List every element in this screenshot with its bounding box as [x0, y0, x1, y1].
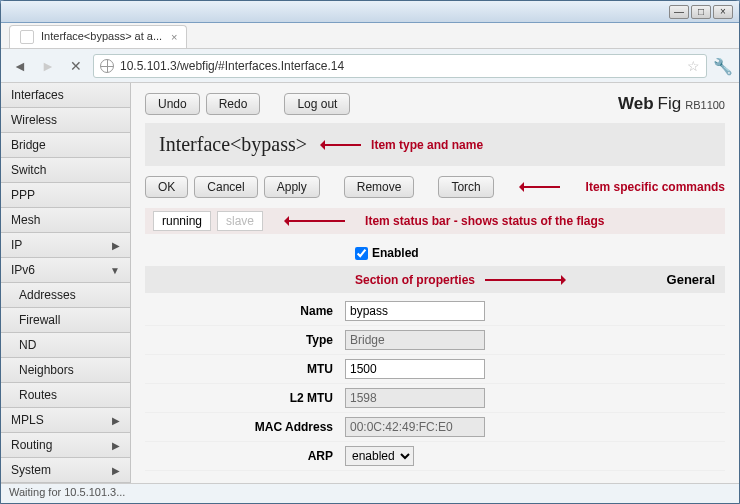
flag-slave: slave	[217, 211, 263, 231]
url-input[interactable]	[120, 59, 681, 73]
mtu-input[interactable]	[345, 359, 485, 379]
sidebar-item-addresses[interactable]: Addresses	[1, 283, 130, 308]
bookmark-star-icon[interactable]: ☆	[687, 58, 700, 74]
prop-row-name: Name	[145, 297, 725, 326]
window-minimize-button[interactable]: —	[669, 5, 689, 19]
type-label: Type	[145, 333, 345, 347]
content-area: Interfaces Wireless Bridge Switch PPP Me…	[1, 83, 739, 483]
l2mtu-value	[345, 388, 485, 408]
prop-row-l2mtu: L2 MTU	[145, 384, 725, 413]
enabled-checkbox[interactable]	[355, 247, 368, 260]
annotation-commands: Item specific commands	[586, 180, 725, 194]
annotation-arrow-icon	[285, 220, 345, 222]
mac-label: MAC Address	[145, 420, 345, 434]
enabled-row: Enabled	[145, 240, 725, 266]
section-header: Section of properties General	[145, 266, 725, 293]
section-title: General	[667, 272, 715, 287]
name-input[interactable]	[345, 301, 485, 321]
annotation-arrow-icon	[520, 186, 560, 188]
flag-running: running	[153, 211, 211, 231]
window-close-button[interactable]: ×	[713, 5, 733, 19]
chevron-down-icon: ▼	[110, 265, 120, 276]
remove-button[interactable]: Remove	[344, 176, 415, 198]
status-text: Waiting for 10.5.101.3...	[9, 486, 125, 498]
item-title-bar: Interface<bypass> Item type and name	[145, 123, 725, 166]
sidebar-item-firewall[interactable]: Firewall	[1, 308, 130, 333]
prop-row-mtu: MTU	[145, 355, 725, 384]
arp-select[interactable]: enabled	[345, 446, 414, 466]
mtu-label: MTU	[145, 362, 345, 376]
sidebar-item-ipv6[interactable]: IPv6▼	[1, 258, 130, 283]
main-panel: Undo Redo Log out WebFig RB1100 Interfac…	[131, 83, 739, 483]
prop-row-arp: ARP enabled	[145, 442, 725, 471]
prop-row-mac: MAC Address	[145, 413, 725, 442]
sidebar-item-ip[interactable]: IP▶	[1, 233, 130, 258]
redo-button[interactable]: Redo	[206, 93, 261, 115]
url-bar: ◄ ► ✕ ☆ 🔧	[1, 49, 739, 83]
top-toolbar: Undo Redo Log out WebFig RB1100	[145, 93, 725, 115]
l2mtu-label: L2 MTU	[145, 391, 345, 405]
annotation-type-name: Item type and name	[371, 138, 483, 152]
sidebar-item-neighbors[interactable]: Neighbors	[1, 358, 130, 383]
sidebar-item-nd[interactable]: ND	[1, 333, 130, 358]
browser-window: — □ × Interface<bypass> at a... × ◄ ► ✕ …	[0, 0, 740, 504]
sidebar-menu: Interfaces Wireless Bridge Switch PPP Me…	[1, 83, 131, 483]
window-titlebar: — □ ×	[1, 1, 739, 23]
annotation-arrow-icon	[485, 279, 565, 281]
type-value	[345, 330, 485, 350]
chevron-right-icon: ▶	[112, 465, 120, 476]
status-flag-bar: running slave Item status bar - shows st…	[145, 208, 725, 234]
chevron-right-icon: ▶	[112, 240, 120, 251]
name-label: Name	[145, 304, 345, 318]
browser-status-bar: Waiting for 10.5.101.3...	[1, 483, 739, 503]
torch-button[interactable]: Torch	[438, 176, 493, 198]
globe-icon	[100, 59, 114, 73]
action-row: OK Cancel Apply Remove Torch Item specif…	[145, 176, 725, 198]
browser-tab[interactable]: Interface<bypass> at a... ×	[9, 25, 187, 48]
apply-button[interactable]: Apply	[264, 176, 320, 198]
reload-button[interactable]: ✕	[65, 55, 87, 77]
sidebar-item-mesh[interactable]: Mesh	[1, 208, 130, 233]
tab-close-icon[interactable]: ×	[168, 31, 180, 43]
annotation-arrow-icon	[321, 144, 361, 146]
mac-value	[345, 417, 485, 437]
back-button[interactable]: ◄	[9, 55, 31, 77]
arp-label: ARP	[145, 449, 345, 463]
annotation-section: Section of properties	[355, 273, 475, 287]
favicon-icon	[20, 30, 34, 44]
url-input-container: ☆	[93, 54, 707, 78]
sidebar-item-ppp[interactable]: PPP	[1, 183, 130, 208]
brand-logo: WebFig RB1100	[618, 94, 725, 114]
window-maximize-button[interactable]: □	[691, 5, 711, 19]
sidebar-item-interfaces[interactable]: Interfaces	[1, 83, 130, 108]
sidebar-item-switch[interactable]: Switch	[1, 158, 130, 183]
annotation-status: Item status bar - shows status of the fl…	[365, 214, 604, 228]
prop-row-type: Type	[145, 326, 725, 355]
enabled-label: Enabled	[372, 246, 419, 260]
sidebar-item-routes[interactable]: Routes	[1, 383, 130, 408]
cancel-button[interactable]: Cancel	[194, 176, 257, 198]
chevron-right-icon: ▶	[112, 415, 120, 426]
forward-button[interactable]: ►	[37, 55, 59, 77]
sidebar-item-routing[interactable]: Routing▶	[1, 433, 130, 458]
sidebar-item-wireless[interactable]: Wireless	[1, 108, 130, 133]
ok-button[interactable]: OK	[145, 176, 188, 198]
logout-button[interactable]: Log out	[284, 93, 350, 115]
chevron-right-icon: ▶	[112, 440, 120, 451]
item-title: Interface<bypass>	[159, 133, 307, 156]
tab-title: Interface<bypass> at a...	[41, 30, 162, 42]
undo-button[interactable]: Undo	[145, 93, 200, 115]
tab-strip: Interface<bypass> at a... ×	[1, 23, 739, 49]
sidebar-item-system[interactable]: System▶	[1, 458, 130, 483]
wrench-icon[interactable]: 🔧	[713, 57, 731, 75]
sidebar-item-bridge[interactable]: Bridge	[1, 133, 130, 158]
sidebar-item-mpls[interactable]: MPLS▶	[1, 408, 130, 433]
